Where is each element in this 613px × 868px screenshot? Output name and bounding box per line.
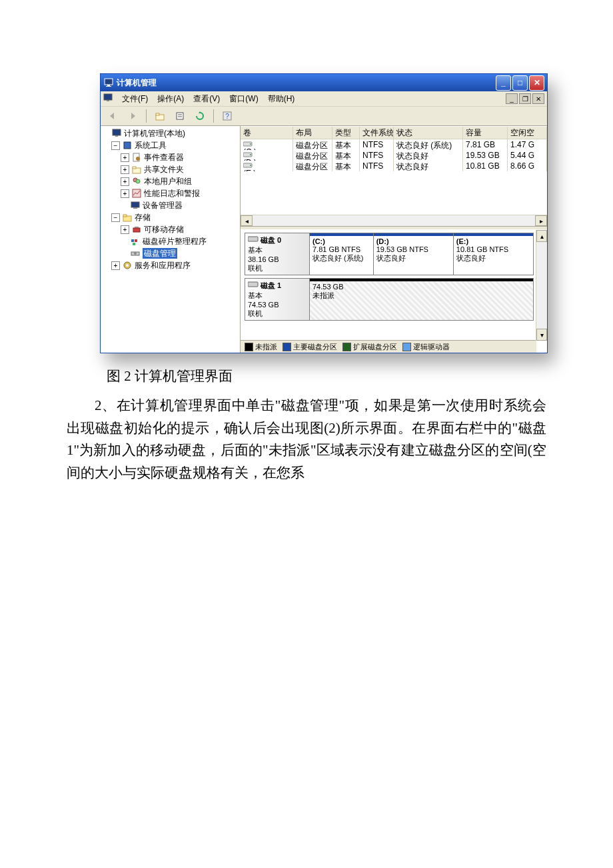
tree-defrag[interactable]: 磁盘碎片整理程序 <box>102 235 239 247</box>
toolbar: ? <box>101 107 547 126</box>
horizontal-scrollbar[interactable]: ◂ ▸ <box>241 215 547 226</box>
svg-rect-18 <box>133 167 136 169</box>
col-volume[interactable]: 卷 <box>241 127 293 139</box>
minimize-button[interactable]: _ <box>496 75 511 91</box>
menu-help[interactable]: 帮助(H) <box>268 93 295 105</box>
body-paragraph: 2、在计算机管理界面中单击"磁盘管理"项，如果是第一次使用时系统会出现磁盘初始化… <box>67 395 546 484</box>
svg-rect-26 <box>133 228 140 232</box>
svg-rect-6 <box>156 113 159 115</box>
svg-rect-42 <box>248 282 258 287</box>
disk-header[interactable]: 磁盘 1 基本 74.53 GB 联机 <box>245 279 310 320</box>
tree-device-manager[interactable]: 设备管理器 <box>102 199 239 211</box>
svg-rect-40 <box>250 165 251 166</box>
window-title: 计算机管理 <box>117 77 157 89</box>
app-icon <box>103 77 114 88</box>
legend-logical: 逻辑驱动器 <box>413 343 450 351</box>
maximize-button[interactable]: □ <box>512 75 528 91</box>
svg-rect-23 <box>133 207 137 209</box>
close-button[interactable]: ✕ <box>529 75 544 91</box>
disk-row[interactable]: 磁盘 0 基本 38.16 GB 联机 (C:) 7.81 GB NTFS <box>245 233 534 275</box>
svg-rect-30 <box>133 243 135 245</box>
mdi-restore-button[interactable]: ❐ <box>519 93 531 104</box>
scroll-down-button[interactable]: ▾ <box>536 329 547 341</box>
svg-rect-4 <box>107 100 109 101</box>
volume-row[interactable]: (C:) 磁盘分区 基本 NTFS 状态良好 (系统) 7.81 GB 1.47… <box>241 139 547 150</box>
svg-rect-22 <box>131 202 139 207</box>
navigation-tree[interactable]: 计算机管理(本地) − 系统工具 + 事件查看器 + <box>101 126 241 353</box>
partition[interactable]: (D:) 19.53 GB NTFS 状态良好 <box>374 233 454 275</box>
computer-management-window: 计算机管理 _ □ ✕ 文件(F) 操作(A) 查看(V) 窗口(W) 帮助(H… <box>100 73 548 353</box>
menu-action[interactable]: 操作(A) <box>157 93 184 105</box>
tree-storage[interactable]: − 存储 <box>102 211 239 223</box>
volume-row[interactable]: (D:) 磁盘分区 基本 NTFS 状态良好 19.53 GB 5.44 G <box>241 150 547 161</box>
menu-window[interactable]: 窗口(W) <box>229 93 258 105</box>
disk-row[interactable]: 磁盘 1 基本 74.53 GB 联机 74.53 GB 未指 <box>245 278 534 321</box>
back-button[interactable] <box>105 108 121 124</box>
col-capacity[interactable]: 容量 <box>463 127 508 139</box>
svg-rect-12 <box>113 129 121 135</box>
disk-header[interactable]: 磁盘 0 基本 38.16 GB 联机 <box>245 233 310 275</box>
device-icon <box>130 200 141 211</box>
services-icon <box>122 260 133 271</box>
up-button[interactable] <box>152 108 168 124</box>
scroll-right-button[interactable]: ▸ <box>535 215 547 226</box>
disk-icon <box>248 281 259 289</box>
svg-rect-14 <box>124 142 131 149</box>
diskmgmt-icon <box>130 248 141 259</box>
svg-point-32 <box>134 252 137 255</box>
scroll-left-button[interactable]: ◂ <box>241 215 253 226</box>
refresh-button[interactable] <box>192 108 208 124</box>
tree-performance[interactable]: + 性能日志和警报 <box>102 187 239 199</box>
partition[interactable]: (C:) 7.81 GB NTFS 状态良好 (系统) <box>310 233 374 275</box>
folder-icon <box>131 164 142 175</box>
legend-extended: 扩展磁盘分区 <box>353 343 397 351</box>
menu-bar: 文件(F) 操作(A) 查看(V) 窗口(W) 帮助(H) _ ❐ ✕ <box>101 91 547 107</box>
mdi-close-button[interactable]: ✕ <box>532 93 544 104</box>
col-free[interactable]: 空闲空 <box>508 127 547 139</box>
col-status[interactable]: 状态 <box>394 127 463 139</box>
tree-shared-folders[interactable]: + 共享文件夹 <box>102 163 239 175</box>
drive-icon <box>243 161 290 169</box>
svg-rect-36 <box>250 143 251 145</box>
svg-rect-38 <box>250 154 251 155</box>
svg-text:?: ? <box>225 113 229 120</box>
tree-services[interactable]: + 服务和应用程序 <box>102 259 239 271</box>
mdi-icon <box>103 93 113 105</box>
menu-file[interactable]: 文件(F) <box>122 93 148 105</box>
tree-root[interactable]: 计算机管理(本地) <box>102 127 239 139</box>
event-icon <box>131 152 142 163</box>
forward-button[interactable] <box>125 108 141 124</box>
volume-list[interactable]: 卷 布局 类型 文件系统 状态 容量 空闲空 (C:) 磁盘分区 基本 <box>241 126 547 226</box>
perf-icon <box>131 188 142 199</box>
legend-primary: 主要磁盘分区 <box>293 343 337 351</box>
menu-view[interactable]: 查看(V) <box>193 93 220 105</box>
svg-point-16 <box>136 157 140 161</box>
users-icon <box>131 176 142 187</box>
storage-icon <box>122 212 133 223</box>
properties-button[interactable] <box>172 108 188 124</box>
tree-event-viewer[interactable]: + 事件查看器 <box>102 151 239 163</box>
drive-icon <box>243 151 290 158</box>
tree-system-tools[interactable]: − 系统工具 <box>102 139 239 151</box>
scroll-up-button[interactable]: ▴ <box>536 230 547 242</box>
screenshot: 计算机管理 _ □ ✕ 文件(F) 操作(A) 查看(V) 窗口(W) 帮助(H… <box>100 73 546 353</box>
help-button[interactable]: ? <box>219 108 235 124</box>
content-pane: 卷 布局 类型 文件系统 状态 容量 空闲空 (C:) 磁盘分区 基本 <box>241 126 547 353</box>
svg-rect-27 <box>135 227 139 228</box>
svg-point-20 <box>136 179 140 183</box>
tree-local-users[interactable]: + 本地用户和组 <box>102 175 239 187</box>
col-fs[interactable]: 文件系统 <box>360 127 394 139</box>
partition[interactable]: (E:) 10.81 GB NTFS 状态良好 <box>454 233 533 275</box>
volume-row[interactable]: (E:) 磁盘分区 基本 NTFS 状态良好 10.81 GB 8.66 G <box>241 161 547 171</box>
vertical-scrollbar[interactable]: ▴ ▾ <box>536 230 547 341</box>
svg-rect-29 <box>135 239 137 242</box>
svg-rect-7 <box>177 113 183 119</box>
col-layout[interactable]: 布局 <box>293 127 332 139</box>
figure-caption: 图 2 计算机管理界面 <box>107 367 546 385</box>
col-type[interactable]: 类型 <box>332 127 360 139</box>
tree-disk-management[interactable]: 磁盘管理 <box>102 247 239 259</box>
tree-removable[interactable]: + 可移动存储 <box>102 223 239 235</box>
partition-unallocated[interactable]: 74.53 GB 未指派 <box>310 279 533 320</box>
svg-rect-25 <box>123 215 127 217</box>
mdi-minimize-button[interactable]: _ <box>506 93 518 104</box>
